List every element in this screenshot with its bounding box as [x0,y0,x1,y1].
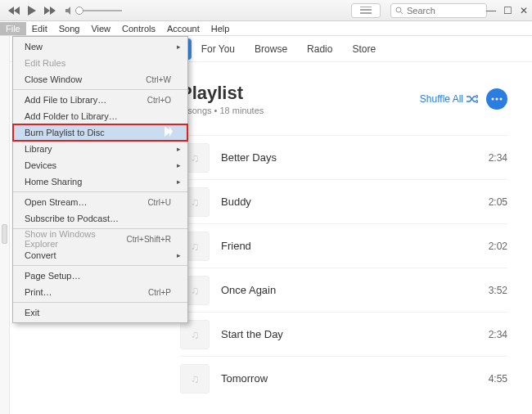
menu-item-add-file-to-library[interactable]: Add File to Library…Ctrl+O [13,92,187,108]
menubar: File Edit Song View Controls Account Hel… [0,21,532,36]
menu-item-label: Burn Playlist to Disc [25,128,105,137]
menu-item-label: Print… [25,287,52,297]
search-field[interactable] [390,3,487,18]
play-button[interactable] [25,5,39,16]
window-controls: — ☐ ✕ [486,5,529,16]
minimize-button[interactable]: — [486,5,496,16]
submenu-arrow-icon: ▸ [177,161,181,169]
menu-item-label: Open Stream… [25,197,87,207]
menu-item-label: Home Sharing [25,177,82,187]
menu-item-print[interactable]: Print…Ctrl+P [13,284,187,300]
song-row[interactable]: ♫Friend2:02 [180,223,507,268]
sidebar-strip [0,36,10,414]
close-button[interactable]: ✕ [519,5,529,16]
menu-separator [13,302,187,303]
sidebar-handle[interactable] [2,224,7,244]
menu-help[interactable]: Help [205,22,236,35]
svg-point-1 [492,98,494,101]
playlist-title: Playlist [180,83,264,104]
menu-separator [13,89,187,90]
menu-item-label: Devices [25,160,56,170]
menu-item-label: Add Folder to Library… [25,111,118,121]
menu-item-home-sharing[interactable]: Home Sharing▸ [13,173,187,190]
shuffle-all-button[interactable]: Shuffle All [420,93,478,105]
submenu-arrow-icon: ▸ [177,178,181,186]
menu-item-label: New [25,42,43,52]
song-name: Buddy [221,196,477,208]
list-view-button[interactable] [351,3,381,18]
menu-item-convert[interactable]: Convert▸ [13,247,187,263]
previous-button[interactable] [7,5,21,16]
song-name: Friend [221,240,477,252]
more-options-button[interactable] [486,88,507,110]
menu-item-edit-rules: Edit Rules [13,55,187,71]
menu-item-label: Edit Rules [25,58,65,68]
menu-item-show-in-windows-explorer: Show in Windows ExplorerCtrl+Shift+R [13,231,187,247]
menu-item-label: Add File to Library… [25,95,106,105]
menu-item-label: Close Window [25,74,82,84]
song-duration: 2:34 [489,329,507,340]
svg-point-2 [496,98,498,101]
next-button[interactable] [43,5,57,16]
menu-shortcut: Ctrl+Shift+R [127,235,171,244]
search-input[interactable] [407,6,472,16]
menu-edit[interactable]: Edit [26,22,53,35]
tab-radio[interactable]: Radio [297,38,342,60]
menu-item-open-stream[interactable]: Open Stream…Ctrl+U [13,194,187,210]
volume-control[interactable] [65,7,122,15]
playback-controls [0,5,57,16]
menu-file[interactable]: File [0,22,26,35]
file-dropdown-menu: New▸Edit RulesClose WindowCtrl+WAdd File… [12,36,188,323]
menu-item-exit[interactable]: Exit [13,304,187,321]
song-row[interactable]: ♫Once Again3:52 [180,268,507,312]
song-row[interactable]: ♫Buddy2:05 [180,179,507,223]
svg-point-0 [396,7,401,12]
volume-knob[interactable] [75,7,83,15]
tab-foryou[interactable]: For You [192,38,245,60]
song-name: Start the Day [221,328,477,340]
menu-item-burn-playlist-to-disc[interactable]: Burn Playlist to Disc [13,124,187,141]
menu-account[interactable]: Account [161,22,205,35]
menu-controls[interactable]: Controls [116,22,161,35]
menu-separator [13,265,187,266]
shuffle-label: Shuffle All [420,93,463,105]
menu-item-label: Show in Windows Explorer [25,229,127,249]
song-name: Once Again [221,284,477,296]
shuffle-icon [467,95,478,103]
song-duration: 3:52 [489,285,507,296]
song-row[interactable]: ♫Start the Day2:34 [180,312,507,356]
playlist-subtitle: 6 songs • 18 minutes [180,106,264,115]
song-row[interactable]: ♫Better Days2:34 [180,135,507,179]
search-icon [395,7,404,15]
submenu-arrow-icon: ▸ [177,43,181,51]
tab-browse[interactable]: Browse [245,38,297,60]
submenu-arrow-icon: ▸ [177,145,181,153]
menu-item-subscribe-to-podcast[interactable]: Subscribe to Podcast… [13,210,187,227]
album-art-icon: ♫ [180,364,210,394]
menu-shortcut: Ctrl+W [146,75,171,84]
menu-item-label: Page Setup… [25,271,81,281]
song-name: Tomorrow [221,372,477,385]
menu-item-devices[interactable]: Devices▸ [13,157,187,173]
menu-item-library[interactable]: Library▸ [13,141,187,157]
menu-item-close-window[interactable]: Close WindowCtrl+W [13,71,187,88]
menu-shortcut: Ctrl+P [148,288,171,297]
menu-item-page-setup[interactable]: Page Setup… [13,268,187,284]
maximize-button[interactable]: ☐ [503,5,512,16]
titlebar: — ☐ ✕ [0,0,532,21]
svg-point-3 [500,98,503,101]
volume-slider[interactable] [77,10,122,11]
menu-separator [13,191,187,192]
menu-song[interactable]: Song [53,22,86,35]
menu-item-label: Exit [25,308,39,317]
menu-view[interactable]: View [85,22,116,35]
song-row[interactable]: ♫Tomorrow4:55 [180,356,507,400]
song-duration: 2:05 [489,196,507,208]
menu-item-new[interactable]: New▸ [13,38,187,55]
tab-store[interactable]: Store [342,38,385,60]
menu-shortcut: Ctrl+U [147,198,171,207]
song-list: ♫Better Days2:34♫Buddy2:05♫Friend2:02♫On… [180,135,507,400]
menu-item-label: Subscribe to Podcast… [25,214,119,223]
menu-item-add-folder-to-library[interactable]: Add Folder to Library… [13,108,187,124]
submenu-arrow-icon: ▸ [177,251,181,259]
